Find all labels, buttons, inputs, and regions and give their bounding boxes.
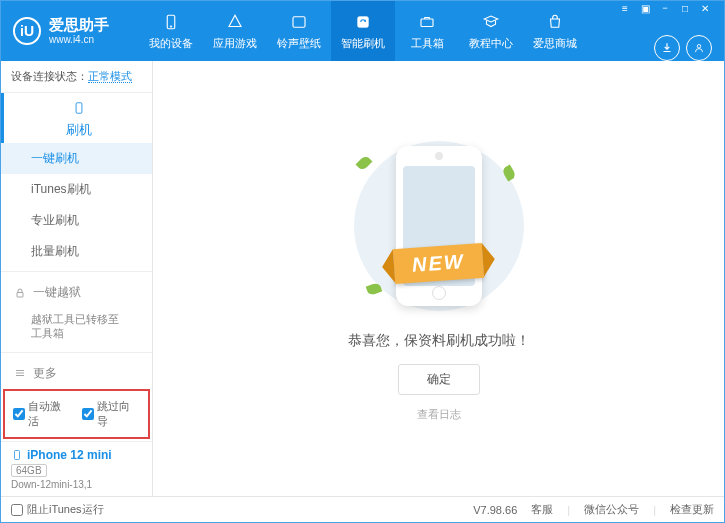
nav-label: 工具箱 (411, 36, 444, 51)
app-title: 爱思助手 (49, 17, 109, 34)
svg-rect-7 (17, 292, 23, 297)
nav-label: 铃声壁纸 (277, 36, 321, 51)
checkbox-skip-guide[interactable]: 跳过向导 (82, 399, 141, 429)
device-name-text: iPhone 12 mini (27, 448, 112, 462)
sidebar-jailbreak-note: 越狱工具已转移至 工具箱 (1, 305, 152, 348)
nav-label: 智能刷机 (341, 36, 385, 51)
sidebar-item-pro-flash[interactable]: 专业刷机 (1, 205, 152, 236)
logo[interactable]: iU 爱思助手 www.i4.cn (13, 17, 109, 45)
svg-point-1 (170, 25, 172, 27)
window-controls: ≡ ▣ － □ ✕ (618, 1, 712, 15)
main-content: NEW 恭喜您，保资料刷机成功啦！ 确定 查看日志 (153, 61, 724, 496)
apps-icon (225, 12, 245, 32)
checkbox-group-highlighted: 自动激活 跳过向导 (3, 389, 150, 439)
phone-icon (161, 12, 181, 32)
nav-smart-flash[interactable]: 智能刷机 (331, 1, 395, 61)
sidebar: 设备连接状态：正常模式 刷机 一键刷机 iTunes刷机 专业刷机 批量刷机 一… (1, 61, 153, 496)
app-url: www.i4.cn (49, 34, 109, 45)
device-phone-icon (11, 449, 23, 461)
new-ribbon: NEW (393, 242, 484, 283)
nav-store[interactable]: 爱思商城 (523, 1, 587, 61)
success-message: 恭喜您，保资料刷机成功啦！ (348, 332, 530, 350)
app-window: iU 爱思助手 www.i4.cn 我的设备 应用游戏 铃声壁纸 智能刷机 (0, 0, 725, 523)
navbar: 我的设备 应用游戏 铃声壁纸 智能刷机 工具箱 教程中心 (139, 1, 587, 61)
svg-rect-8 (15, 451, 20, 460)
sidebar-section-jailbreak[interactable]: 一键越狱 (1, 276, 152, 305)
nav-tutorials[interactable]: 教程中心 (459, 1, 523, 61)
footer-check-update[interactable]: 检查更新 (670, 502, 714, 517)
sidebar-section-more[interactable]: 更多 (1, 357, 152, 386)
sidebar-section-flash[interactable]: 刷机 (1, 93, 152, 143)
flash-icon (353, 12, 373, 32)
download-button[interactable] (654, 35, 680, 61)
nav-label: 应用游戏 (213, 36, 257, 51)
nav-toolbox[interactable]: 工具箱 (395, 1, 459, 61)
checkbox-auto-activate[interactable]: 自动激活 (13, 399, 72, 429)
svg-point-5 (697, 45, 701, 49)
sidebar-item-oneclick-flash[interactable]: 一键刷机 (1, 143, 152, 174)
phone-icon (72, 101, 86, 115)
footer: 阻止iTunes运行 V7.98.66 客服 | 微信公众号 | 检查更新 (1, 496, 724, 522)
maximize-icon[interactable]: □ (678, 1, 692, 15)
menu-icon[interactable]: ≡ (618, 1, 632, 15)
ok-button[interactable]: 确定 (398, 364, 480, 395)
sidebar-item-batch-flash[interactable]: 批量刷机 (1, 236, 152, 267)
device-storage: 64GB (11, 464, 47, 477)
svg-rect-3 (358, 16, 369, 27)
success-illustration: NEW (339, 136, 539, 316)
wallpaper-icon (289, 12, 309, 32)
nav-label: 爱思商城 (533, 36, 577, 51)
sidebar-item-itunes-flash[interactable]: iTunes刷机 (1, 174, 152, 205)
minimize-icon[interactable]: － (658, 1, 672, 15)
svg-rect-2 (293, 16, 305, 27)
svg-rect-4 (421, 19, 433, 27)
device-status: 设备连接状态：正常模式 (1, 61, 152, 93)
checkbox-block-itunes[interactable]: 阻止iTunes运行 (11, 502, 104, 517)
nav-ringtone-wallpaper[interactable]: 铃声壁纸 (267, 1, 331, 61)
view-log-link[interactable]: 查看日志 (417, 407, 461, 422)
nav-label: 我的设备 (149, 36, 193, 51)
skin-icon[interactable]: ▣ (638, 1, 652, 15)
sidebar-item-other-tools[interactable]: 其他工具 (1, 386, 152, 387)
footer-service[interactable]: 客服 (531, 502, 553, 517)
footer-wechat[interactable]: 微信公众号 (584, 502, 639, 517)
titlebar: iU 爱思助手 www.i4.cn 我的设备 应用游戏 铃声壁纸 智能刷机 (1, 1, 724, 61)
device-info[interactable]: iPhone 12 mini 64GB Down-12mini-13,1 (1, 441, 152, 496)
logo-icon: iU (13, 17, 41, 45)
device-model: Down-12mini-13,1 (11, 479, 142, 490)
more-icon (13, 366, 27, 380)
close-icon[interactable]: ✕ (698, 1, 712, 15)
svg-rect-6 (76, 103, 82, 114)
nav-apps-games[interactable]: 应用游戏 (203, 1, 267, 61)
toolbox-icon (417, 12, 437, 32)
version-label: V7.98.66 (473, 504, 517, 516)
lock-icon (13, 286, 27, 300)
nav-my-device[interactable]: 我的设备 (139, 1, 203, 61)
store-icon (545, 12, 565, 32)
user-button[interactable] (686, 35, 712, 61)
nav-label: 教程中心 (469, 36, 513, 51)
status-mode[interactable]: 正常模式 (88, 70, 132, 83)
tutorial-icon (481, 12, 501, 32)
